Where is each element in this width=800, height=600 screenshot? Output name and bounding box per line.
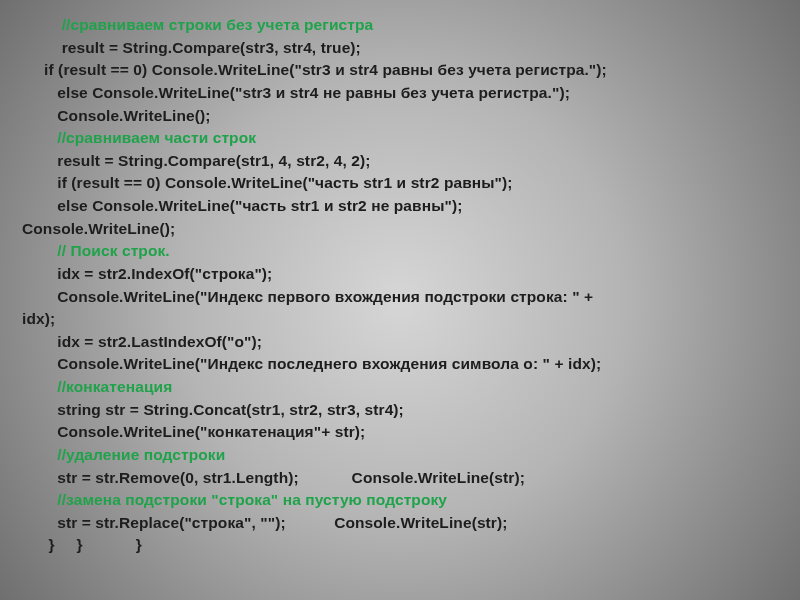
code-text: Console.WriteLine("конкатенация"+ str); xyxy=(57,423,365,440)
code-line: Console.WriteLine(); xyxy=(22,105,778,128)
code-text: Console.WriteLine(); xyxy=(57,107,210,124)
code-line: idx); xyxy=(22,308,778,331)
code-line: Console.WriteLine("Индекс последнего вхо… xyxy=(22,353,778,376)
code-text: else Console.WriteLine("часть str1 и str… xyxy=(57,197,462,214)
code-comment: //удаление подстроки xyxy=(57,446,225,463)
code-line: } } } xyxy=(22,534,778,557)
code-line: idx = str2.LastIndexOf("о"); xyxy=(22,331,778,354)
code-line: //удаление подстроки xyxy=(22,444,778,467)
code-comment: //замена подстроки "строка" на пустую по… xyxy=(57,491,447,508)
code-text: idx = str2.LastIndexOf("о"); xyxy=(57,333,262,350)
code-block: //сравниваем строки без учета регистра r… xyxy=(0,0,800,557)
code-text: Console.WriteLine("Индекс последнего вхо… xyxy=(57,355,601,372)
code-line: if (result == 0) Console.WriteLine("част… xyxy=(22,172,778,195)
code-line: result = String.Compare(str3, str4, true… xyxy=(22,37,778,60)
code-text: Console.WriteLine("Индекс первого вхожде… xyxy=(57,288,597,305)
code-line: str = str.Replace("строка", ""); Console… xyxy=(22,512,778,535)
code-text: else Console.WriteLine("str3 и str4 не р… xyxy=(57,84,570,101)
code-comment: //конкатенация xyxy=(57,378,172,395)
code-comment: // Поиск строк. xyxy=(57,242,169,259)
code-text: str = str.Remove(0, str1.Length); Consol… xyxy=(57,469,525,486)
code-line: //сравниваем части строк xyxy=(22,127,778,150)
code-line: result = String.Compare(str1, 4, str2, 4… xyxy=(22,150,778,173)
code-line: Console.WriteLine(); xyxy=(22,218,778,241)
code-line: else Console.WriteLine("str3 и str4 не р… xyxy=(22,82,778,105)
code-text: if (result == 0) Console.WriteLine("str3… xyxy=(44,61,607,78)
code-text: str = str.Replace("строка", ""); Console… xyxy=(57,514,507,531)
code-text: if (result == 0) Console.WriteLine("част… xyxy=(57,174,512,191)
code-line: idx = str2.IndexOf("строка"); xyxy=(22,263,778,286)
code-text: idx); xyxy=(22,310,55,327)
code-line: Console.WriteLine("Индекс первого вхожде… xyxy=(22,286,778,309)
code-text: result = String.Compare(str1, 4, str2, 4… xyxy=(57,152,370,169)
code-text: result = String.Compare(str3, str4, true… xyxy=(62,39,361,56)
code-line: else Console.WriteLine("часть str1 и str… xyxy=(22,195,778,218)
code-text: string str = String.Concat(str1, str2, s… xyxy=(57,401,404,418)
code-comment: //сравниваем строки без учета регистра xyxy=(62,16,374,33)
code-line: str = str.Remove(0, str1.Length); Consol… xyxy=(22,467,778,490)
code-line: Console.WriteLine("конкатенация"+ str); xyxy=(22,421,778,444)
code-line: //сравниваем строки без учета регистра xyxy=(22,14,778,37)
code-comment: //сравниваем части строк xyxy=(57,129,256,146)
code-line: string str = String.Concat(str1, str2, s… xyxy=(22,399,778,422)
code-line: //конкатенация xyxy=(22,376,778,399)
code-line: //замена подстроки "строка" на пустую по… xyxy=(22,489,778,512)
code-text: idx = str2.IndexOf("строка"); xyxy=(57,265,272,282)
code-text: Console.WriteLine(); xyxy=(22,220,228,237)
code-line: if (result == 0) Console.WriteLine("str3… xyxy=(22,59,778,82)
code-line: // Поиск строк. xyxy=(22,240,778,263)
code-text: } } } xyxy=(48,536,141,553)
